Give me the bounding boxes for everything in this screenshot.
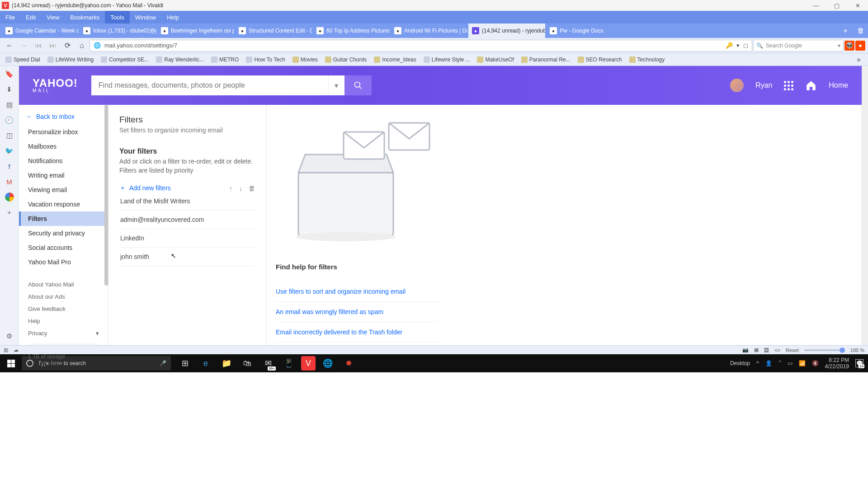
bookmark-item[interactable]: Speed Dial: [3, 56, 43, 64]
yahoo-search-input[interactable]: [91, 75, 328, 95]
tray-clock[interactable]: 8:22 PM 4/22/2019: [825, 357, 849, 370]
nav-home-button[interactable]: ⌂: [75, 39, 89, 52]
bookmark-item[interactable]: Paranormal Re...: [519, 56, 573, 64]
taskbar-chrome-icon[interactable]: 🌐: [317, 354, 338, 372]
nav-forward-button[interactable]: →: [17, 39, 31, 52]
help-link[interactable]: Use filters to sort and organize incomin…: [276, 282, 439, 302]
home-label[interactable]: Home: [829, 81, 848, 89]
move-up-icon[interactable]: ↑: [229, 184, 233, 192]
sidebar-footer-about-yahoo-mail[interactable]: About Yahoo Mail: [19, 278, 108, 291]
tray-desktop-label[interactable]: Desktop: [730, 360, 750, 366]
bookmark-item[interactable]: How To Tech: [243, 56, 288, 64]
page-actions-icon[interactable]: <>: [774, 347, 780, 353]
move-down-icon[interactable]: ↓: [239, 184, 243, 192]
taskbar-store-icon[interactable]: 🛍: [237, 354, 258, 372]
delete-icon[interactable]: 🗑: [249, 184, 255, 192]
menu-file[interactable]: File: [0, 11, 20, 23]
mic-icon[interactable]: 🎤: [160, 360, 166, 366]
yahoo-mail-logo[interactable]: YAHOO! MAIL: [33, 78, 78, 93]
tray-overflow-icon[interactable]: ^: [756, 360, 759, 366]
bookmark-item[interactable]: Technology: [627, 56, 668, 64]
browser-tab[interactable]: ●60 Top Ip Address Pictures,: [313, 23, 390, 38]
action-center-icon[interactable]: 💬10: [855, 359, 863, 367]
menu-view[interactable]: View: [41, 11, 65, 23]
taskbar-vivaldi-icon[interactable]: V: [301, 356, 316, 371]
tray-chevron-icon[interactable]: ˄: [778, 360, 781, 366]
browser-tab[interactable]: ●Pw - Google Docs: [546, 23, 623, 38]
bookmark-item[interactable]: Guitar Chords: [322, 56, 370, 64]
taskbar-app-icon[interactable]: ✸: [338, 354, 359, 372]
gmail-webpanel-icon[interactable]: M: [5, 177, 14, 186]
taskbar-mail-icon[interactable]: ✉99+: [258, 354, 278, 372]
browser-searchbox[interactable]: 🔍 Search Google ▾: [753, 40, 844, 52]
bookmarks-overflow-button[interactable]: »: [852, 56, 865, 64]
browser-tab[interactable]: ●(14,942 unread) - ryjendube: [468, 23, 545, 38]
extension-icon-1[interactable]: 👽: [844, 41, 854, 51]
user-name[interactable]: Ryan: [755, 81, 772, 89]
tiling-icon[interactable]: ▦: [754, 347, 759, 353]
history-panel-icon[interactable]: 🕘: [5, 116, 14, 125]
nav-rewind-button[interactable]: ⏮: [32, 39, 45, 52]
bookmark-item[interactable]: Income_Ideas: [371, 56, 419, 64]
add-new-filters-button[interactable]: ＋ Add new filters: [119, 184, 171, 192]
sidebar-item-yahoo-mail-pro[interactable]: Yahoo Mail Pro: [19, 255, 108, 269]
filter-row[interactable]: Land of the Misfit Writers: [119, 192, 255, 211]
panel-toggle-icon[interactable]: ▥: [4, 347, 8, 353]
bookmark-item[interactable]: LifeWire Writing: [45, 56, 96, 64]
filter-row[interactable]: LinkedIn: [119, 229, 255, 248]
tray-wifi-icon[interactable]: 📶: [799, 360, 806, 366]
bookmark-item[interactable]: Movies: [290, 56, 321, 64]
sidebar-item-vacation-response[interactable]: Vacation response: [19, 197, 108, 211]
apps-grid-icon[interactable]: [784, 81, 793, 90]
sidebar-item-viewing-email[interactable]: Viewing email: [19, 183, 108, 197]
browser-tab[interactable]: ●Boehringer Ingelheim osi p: [157, 23, 234, 38]
twitter-webpanel-icon[interactable]: 🐦: [5, 146, 14, 155]
notes-panel-icon[interactable]: ▤: [5, 100, 14, 109]
window-panel-icon[interactable]: ◫: [5, 131, 14, 140]
yahoo-search-button[interactable]: [344, 75, 372, 95]
search-engine-icon[interactable]: 🔍: [756, 42, 763, 49]
bookmark-item[interactable]: METRO: [208, 56, 241, 64]
taskbar-edge-icon[interactable]: e: [195, 354, 216, 372]
back-to-inbox-link[interactable]: ← Back to Inbox: [19, 108, 108, 125]
start-button[interactable]: [0, 354, 22, 372]
browser-tab[interactable]: ●Google Calendar - Week of: [2, 23, 79, 38]
extension-icon-2[interactable]: ●: [855, 41, 865, 51]
bookmark-item[interactable]: SEO Research: [575, 56, 625, 64]
bookmark-item[interactable]: Lifewire Style ...: [421, 56, 473, 64]
filter-row[interactable]: admin@realityuncovered.com: [119, 211, 255, 229]
window-maximize-button[interactable]: ▢: [826, 0, 847, 11]
zoom-slider[interactable]: [804, 349, 845, 351]
capture-icon[interactable]: 📷: [742, 347, 749, 353]
menu-bookmarks[interactable]: Bookmarks: [65, 11, 105, 23]
password-key-icon[interactable]: 🔑: [726, 42, 733, 49]
sidebar-item-notifications[interactable]: Notifications: [19, 154, 108, 168]
reader-mode-icon[interactable]: ▾: [736, 42, 740, 49]
image-toggle-icon[interactable]: 🖼: [764, 347, 769, 353]
window-minimize-button[interactable]: —: [806, 0, 826, 11]
sidebar-item-security-and-privacy[interactable]: Security and privacy: [19, 226, 108, 240]
sidebar-footer-privacy[interactable]: Privacy▾: [19, 327, 108, 339]
sync-icon[interactable]: ☁: [14, 347, 19, 353]
tray-battery-icon[interactable]: ▭: [788, 360, 793, 366]
url-field[interactable]: 🌐 mail.yahoo.com/d/settings/7 🔑 ▾ ◻: [90, 40, 752, 52]
bookmarks-panel-icon[interactable]: 🔖: [5, 70, 14, 79]
menu-window[interactable]: Window: [130, 11, 161, 23]
sidebar-footer-help[interactable]: Help: [19, 315, 108, 327]
taskbar-explorer-icon[interactable]: 📁: [216, 354, 237, 372]
task-view-icon[interactable]: ⊞: [175, 354, 195, 372]
sidebar-item-social-accounts[interactable]: Social accounts: [19, 240, 108, 255]
menu-help[interactable]: Help: [161, 11, 184, 23]
window-close-button[interactable]: ✕: [847, 0, 868, 11]
sidebar-footer-give-feedback[interactable]: Give feedback: [19, 303, 108, 315]
sidebar-item-writing-email[interactable]: Writing email: [19, 168, 108, 183]
closed-tabs-button[interactable]: 🗑: [854, 23, 868, 38]
nav-reload-button[interactable]: ⟳: [61, 39, 74, 52]
downloads-panel-icon[interactable]: ⬇: [5, 85, 14, 94]
sidebar-item-mailboxes[interactable]: Mailboxes: [19, 139, 108, 154]
bookmark-page-icon[interactable]: ◻: [743, 42, 748, 49]
yahoo-search-dropdown[interactable]: ▾: [328, 75, 344, 95]
nav-fastforward-button[interactable]: ⏭: [46, 39, 60, 52]
user-avatar[interactable]: [730, 79, 744, 92]
facebook-webpanel-icon[interactable]: f: [5, 162, 14, 171]
